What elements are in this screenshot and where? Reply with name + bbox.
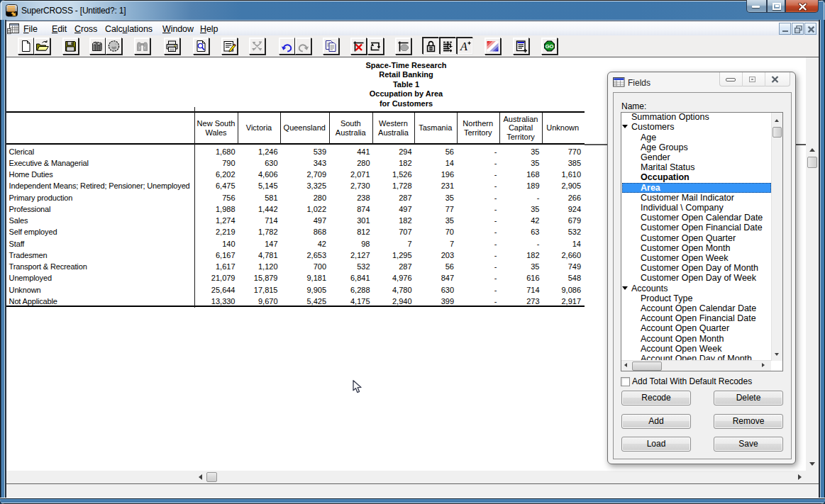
svg-text:A: A (460, 40, 467, 52)
svg-text:GO: GO (546, 43, 554, 50)
